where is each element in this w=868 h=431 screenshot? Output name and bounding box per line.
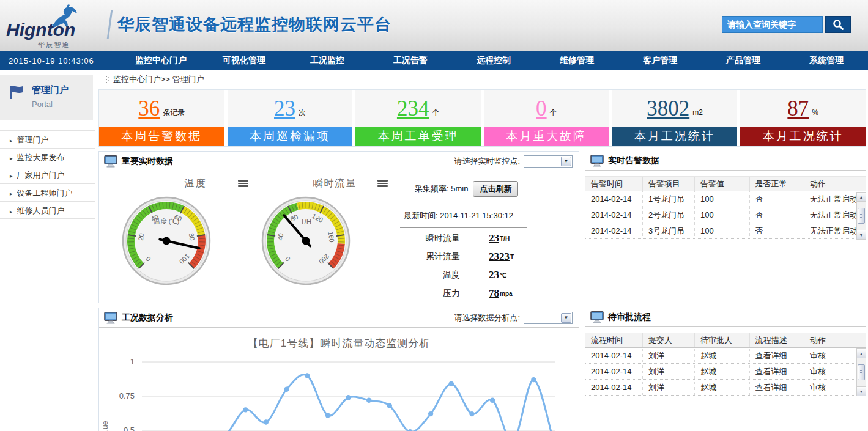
scroll-up-arrow-icon[interactable]: ▲ — [857, 193, 866, 202]
stat-value-link[interactable]: 0 — [536, 98, 547, 119]
scroll-up-arrow-icon[interactable]: ▲ — [857, 349, 866, 358]
table-scrollbar[interactable]: ▲▼ — [856, 192, 866, 240]
table-cell: 3号龙门吊 — [643, 223, 695, 238]
search-button[interactable] — [825, 16, 851, 33]
stat-label-bar[interactable]: 本月重大故障 — [484, 127, 609, 146]
search-bar — [722, 16, 851, 33]
stat-value-area: 87% — [740, 90, 866, 127]
stat-value-link[interactable]: 3802 — [647, 98, 689, 119]
stat-label-bar[interactable]: 本周巡检漏项 — [228, 127, 353, 146]
reading-row-0: 瞬时流量23T/H — [398, 229, 570, 248]
sidebar-item-1[interactable]: ▸监控大屏发布 — [0, 148, 95, 166]
stat-label-bar[interactable]: 本周工单受理 — [355, 127, 481, 146]
reading-unit: mpa — [500, 290, 513, 297]
table-header-cell: 动作 — [804, 333, 866, 347]
nav-timestamp: 2015-10-19 10:43:06 — [0, 56, 119, 65]
stats-strip: 36条记录本周告警数据23次本周巡检漏项234个本周工单受理0个本月重大故障38… — [98, 89, 866, 147]
table-cell: 刘洋 — [643, 348, 695, 363]
nav-item-6[interactable]: 客户管理 — [618, 55, 702, 66]
reading-label: 压力 — [398, 288, 470, 299]
page-title: 华辰智通设备远程监控物联网云平台 — [117, 13, 391, 35]
stat-value-link[interactable]: 234 — [397, 98, 429, 119]
triangle-bullet-icon: ▸ — [10, 208, 13, 215]
reading-value: 23℃ — [470, 266, 506, 284]
chart-menu-icon[interactable] — [238, 179, 248, 188]
reading-unit: ℃ — [500, 272, 506, 279]
gauge-dial: 04080120160200T/H — [257, 192, 355, 290]
stat-value-link[interactable]: 23 — [274, 98, 295, 119]
reading-label: 瞬时流量 — [398, 233, 470, 244]
nav-item-4[interactable]: 远程控制 — [452, 55, 535, 66]
realtime-panel: 重要实时数据 请选择实时监控点: ▼ 温度020406080100温度 (℃) … — [98, 151, 579, 303]
table-cell: 100 — [695, 207, 750, 223]
table-cell: 赵城 — [695, 364, 750, 379]
scroll-down-arrow-icon[interactable]: ▼ — [857, 230, 866, 239]
chart-menu-icon[interactable] — [377, 179, 388, 188]
sidebar-item-2[interactable]: ▸厂家用户门户 — [0, 166, 95, 183]
stat-value-link[interactable]: 87 — [787, 98, 809, 119]
stat-card-4: 3802m2本月工况统计 — [612, 90, 738, 146]
scroll-thumb[interactable] — [858, 364, 865, 380]
monitor-icon — [104, 155, 117, 168]
stat-label-bar[interactable]: 本月工况统计 — [740, 127, 866, 146]
alarm-panel-title: 实时告警数据 — [608, 155, 659, 166]
nav-item-2[interactable]: 工况监控 — [286, 55, 369, 66]
latest-time-label: 最新时间: 2014-11-21 15:30:12 — [398, 210, 570, 221]
brand-logo[interactable]: Hignton 华辰智通 — [6, 5, 104, 48]
scroll-down-arrow-icon[interactable]: ▼ — [857, 386, 866, 396]
approval-table: 流程时间提交人待审批人流程描述动作2014-02-14刘洋赵城查看详细审核201… — [585, 333, 866, 396]
refresh-button[interactable]: 点击刷新 — [473, 181, 518, 197]
table-cell: 否 — [750, 207, 805, 223]
stat-value-area: 36条记录 — [99, 90, 224, 127]
monitor-point-select[interactable]: ▼ — [524, 155, 573, 168]
nav-item-8[interactable]: 系统管理 — [785, 55, 868, 66]
sidebar-item-4[interactable]: ▸维修人员门户 — [0, 201, 95, 219]
table-cell: 刘洋 — [643, 364, 695, 379]
reading-row-3: 压力78mpa — [398, 284, 570, 303]
svg-text:value: value — [101, 421, 109, 431]
sidebar-item-0[interactable]: ▸管理门户 — [0, 130, 95, 148]
nav-item-0[interactable]: 监控中心门户 — [119, 55, 202, 66]
stat-value-link[interactable]: 36 — [138, 98, 160, 119]
alarm-panel-header: 实时告警数据 — [585, 151, 866, 171]
table-cell: 否 — [750, 191, 805, 207]
nav-item-7[interactable]: 产品管理 — [702, 55, 785, 66]
analysis-point-select[interactable]: ▼ — [524, 312, 573, 324]
scroll-thumb[interactable] — [858, 208, 865, 224]
realtime-panel-title: 重要实时数据 — [122, 156, 173, 167]
table-header-cell: 是否正常 — [750, 177, 805, 191]
reading-unit: T — [510, 254, 514, 260]
app-header: Hignton 华辰智通 华辰智通设备远程监控物联网云平台 — [0, 0, 868, 51]
analysis-point-label: 请选择数据分析点: — [454, 312, 520, 323]
nav-item-1[interactable]: 可视化管理 — [202, 55, 286, 66]
table-cell: 2号龙门吊 — [643, 207, 695, 223]
table-cell: 2014-02-14 — [585, 380, 643, 395]
nav-item-5[interactable]: 维修管理 — [535, 55, 618, 66]
nav-item-3[interactable]: 工况告警 — [369, 55, 452, 66]
flag-icon — [9, 84, 24, 100]
table-cell: 查看详细 — [750, 380, 805, 395]
main-nav: 2015-10-19 10:43:06 监控中心门户可视化管理工况监控工况告警远… — [0, 51, 868, 70]
sidebar-item-label: 厂家用户门户 — [17, 171, 65, 180]
alarm-panel: 实时告警数据 告警时间告警项目告警值是否正常动作2014-02-141号龙门吊1… — [585, 151, 866, 303]
stat-unit: 个 — [432, 108, 439, 118]
table-header-cell: 待审批人 — [695, 333, 750, 347]
analysis-panel: 工况数据分析 请选择数据分析点: ▼ 【电厂1号线】瞬时流量动态监测分析 10.… — [98, 308, 579, 431]
table-scrollbar[interactable]: ▲▼ — [856, 348, 866, 396]
sidebar-item-3[interactable]: ▸设备工程师门户 — [0, 183, 95, 201]
svg-text:温度 (℃): 温度 (℃) — [154, 218, 180, 225]
stat-card-5: 87%本月工况统计 — [740, 90, 866, 146]
stat-unit: 次 — [299, 108, 306, 118]
triangle-bullet-icon: ▸ — [10, 155, 13, 161]
stat-unit: % — [812, 108, 818, 117]
stat-label-bar[interactable]: 本月工况统计 — [612, 127, 738, 146]
search-input[interactable] — [722, 16, 823, 33]
table-header-cell: 告警值 — [695, 177, 750, 191]
monitor-icon — [104, 312, 117, 324]
stat-label-bar[interactable]: 本周告警数据 — [99, 127, 224, 146]
reading-value: 2323T — [470, 248, 514, 266]
stat-unit: 条记录 — [163, 108, 185, 118]
stat-card-2: 234个本周工单受理 — [355, 90, 481, 146]
table-header-cell: 流程时间 — [585, 333, 643, 347]
table-cell: 赵城 — [695, 348, 750, 363]
